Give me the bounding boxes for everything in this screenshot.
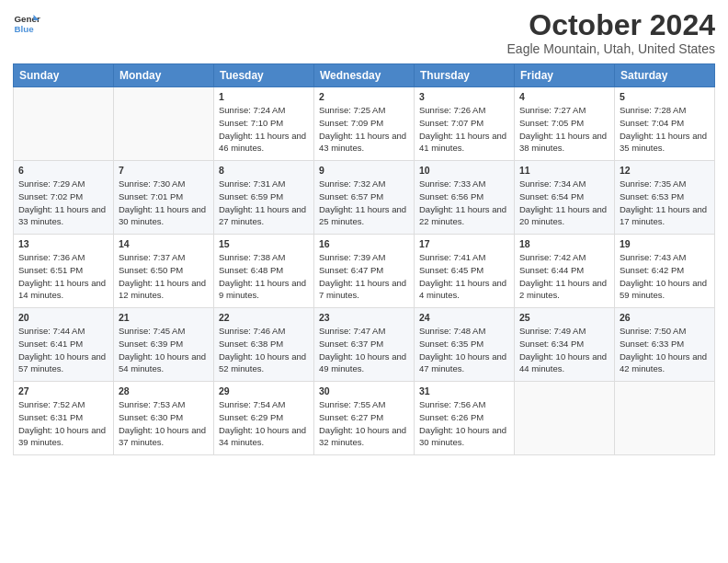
day-info: Sunrise: 7:46 AMSunset: 6:38 PMDaylight:… <box>219 325 309 375</box>
day-cell <box>14 87 114 161</box>
day-cell: 9Sunrise: 7:32 AMSunset: 6:57 PMDaylight… <box>314 161 415 235</box>
day-cell: 24Sunrise: 7:48 AMSunset: 6:35 PMDayligh… <box>415 308 515 382</box>
day-cell: 26Sunrise: 7:50 AMSunset: 6:33 PMDayligh… <box>615 308 715 382</box>
page: General Blue October 2024 Eagle Mountain… <box>0 0 728 563</box>
day-info: Sunrise: 7:34 AMSunset: 6:54 PMDaylight:… <box>519 178 609 228</box>
day-number: 27 <box>18 385 108 396</box>
day-number: 24 <box>419 312 509 323</box>
day-cell: 23Sunrise: 7:47 AMSunset: 6:37 PMDayligh… <box>314 308 415 382</box>
day-cell: 14Sunrise: 7:37 AMSunset: 6:50 PMDayligh… <box>114 235 214 308</box>
day-number: 8 <box>219 165 309 176</box>
day-info: Sunrise: 7:49 AMSunset: 6:34 PMDaylight:… <box>519 325 609 375</box>
day-cell: 30Sunrise: 7:55 AMSunset: 6:27 PMDayligh… <box>314 382 415 455</box>
day-cell: 28Sunrise: 7:53 AMSunset: 6:30 PMDayligh… <box>114 382 214 455</box>
day-cell: 19Sunrise: 7:43 AMSunset: 6:42 PMDayligh… <box>615 235 715 308</box>
day-number: 23 <box>319 312 409 323</box>
col-sunday: Sunday <box>14 64 114 87</box>
day-number: 2 <box>319 91 409 102</box>
day-info: Sunrise: 7:37 AMSunset: 6:50 PMDaylight:… <box>119 251 209 302</box>
header-row: Sunday Monday Tuesday Wednesday Thursday… <box>14 64 715 87</box>
day-cell: 13Sunrise: 7:36 AMSunset: 6:51 PMDayligh… <box>14 235 114 308</box>
day-number: 6 <box>18 165 108 176</box>
day-cell: 10Sunrise: 7:33 AMSunset: 6:56 PMDayligh… <box>415 161 515 235</box>
day-cell: 27Sunrise: 7:52 AMSunset: 6:31 PMDayligh… <box>14 382 114 455</box>
day-cell: 16Sunrise: 7:39 AMSunset: 6:47 PMDayligh… <box>314 235 415 308</box>
calendar-title: October 2024 <box>507 9 715 41</box>
day-number: 29 <box>219 385 309 396</box>
day-cell: 25Sunrise: 7:49 AMSunset: 6:34 PMDayligh… <box>515 308 615 382</box>
day-info: Sunrise: 7:39 AMSunset: 6:47 PMDaylight:… <box>319 251 409 302</box>
day-info: Sunrise: 7:44 AMSunset: 6:41 PMDaylight:… <box>18 325 108 375</box>
day-number: 10 <box>419 165 509 176</box>
day-cell: 15Sunrise: 7:38 AMSunset: 6:48 PMDayligh… <box>214 235 314 308</box>
week-row-1: 6Sunrise: 7:29 AMSunset: 7:02 PMDaylight… <box>14 161 715 235</box>
day-number: 15 <box>219 238 309 249</box>
day-info: Sunrise: 7:30 AMSunset: 7:01 PMDaylight:… <box>119 178 209 228</box>
day-cell <box>615 382 715 455</box>
day-info: Sunrise: 7:48 AMSunset: 6:35 PMDaylight:… <box>419 325 509 375</box>
day-number: 22 <box>219 312 309 323</box>
day-number: 16 <box>319 238 409 249</box>
calendar-subtitle: Eagle Mountain, Utah, United States <box>507 41 715 56</box>
week-row-3: 20Sunrise: 7:44 AMSunset: 6:41 PMDayligh… <box>14 308 715 382</box>
day-cell: 8Sunrise: 7:31 AMSunset: 6:59 PMDaylight… <box>214 161 314 235</box>
day-info: Sunrise: 7:35 AMSunset: 6:53 PMDaylight:… <box>620 178 710 228</box>
col-monday: Monday <box>114 64 214 87</box>
day-cell: 4Sunrise: 7:27 AMSunset: 7:05 PMDaylight… <box>515 87 615 161</box>
day-number: 30 <box>319 385 409 396</box>
day-info: Sunrise: 7:42 AMSunset: 6:44 PMDaylight:… <box>519 251 609 302</box>
title-area: October 2024 Eagle Mountain, Utah, Unite… <box>507 9 715 56</box>
header: General Blue October 2024 Eagle Mountain… <box>13 9 715 56</box>
calendar-table: Sunday Monday Tuesday Wednesday Thursday… <box>13 63 715 455</box>
day-number: 3 <box>419 91 509 102</box>
day-cell: 20Sunrise: 7:44 AMSunset: 6:41 PMDayligh… <box>14 308 114 382</box>
day-cell: 12Sunrise: 7:35 AMSunset: 6:53 PMDayligh… <box>615 161 715 235</box>
col-thursday: Thursday <box>415 64 515 87</box>
week-row-4: 27Sunrise: 7:52 AMSunset: 6:31 PMDayligh… <box>14 382 715 455</box>
day-number: 11 <box>519 165 609 176</box>
svg-text:Blue: Blue <box>15 24 35 34</box>
day-info: Sunrise: 7:36 AMSunset: 6:51 PMDaylight:… <box>18 251 108 302</box>
day-info: Sunrise: 7:45 AMSunset: 6:39 PMDaylight:… <box>119 325 209 375</box>
col-friday: Friday <box>515 64 615 87</box>
day-number: 5 <box>620 91 710 102</box>
day-number: 28 <box>119 385 209 396</box>
col-tuesday: Tuesday <box>214 64 314 87</box>
day-number: 9 <box>319 165 409 176</box>
day-info: Sunrise: 7:26 AMSunset: 7:07 PMDaylight:… <box>419 104 509 155</box>
day-info: Sunrise: 7:32 AMSunset: 6:57 PMDaylight:… <box>319 178 409 228</box>
day-cell: 22Sunrise: 7:46 AMSunset: 6:38 PMDayligh… <box>214 308 314 382</box>
day-info: Sunrise: 7:31 AMSunset: 6:59 PMDaylight:… <box>219 178 309 228</box>
logo-area: General Blue <box>13 9 42 37</box>
day-number: 25 <box>519 312 609 323</box>
day-number: 4 <box>519 91 609 102</box>
day-cell <box>515 382 615 455</box>
day-cell: 3Sunrise: 7:26 AMSunset: 7:07 PMDaylight… <box>415 87 515 161</box>
day-info: Sunrise: 7:41 AMSunset: 6:45 PMDaylight:… <box>419 251 509 302</box>
day-cell: 31Sunrise: 7:56 AMSunset: 6:26 PMDayligh… <box>415 382 515 455</box>
day-cell: 7Sunrise: 7:30 AMSunset: 7:01 PMDaylight… <box>114 161 214 235</box>
day-info: Sunrise: 7:25 AMSunset: 7:09 PMDaylight:… <box>319 104 409 155</box>
day-info: Sunrise: 7:24 AMSunset: 7:10 PMDaylight:… <box>219 104 309 155</box>
day-info: Sunrise: 7:56 AMSunset: 6:26 PMDaylight:… <box>419 398 509 449</box>
day-cell: 11Sunrise: 7:34 AMSunset: 6:54 PMDayligh… <box>515 161 615 235</box>
day-info: Sunrise: 7:27 AMSunset: 7:05 PMDaylight:… <box>519 104 609 155</box>
week-row-0: 1Sunrise: 7:24 AMSunset: 7:10 PMDaylight… <box>14 87 715 161</box>
col-saturday: Saturday <box>615 64 715 87</box>
day-number: 7 <box>119 165 209 176</box>
day-number: 13 <box>18 238 108 249</box>
day-info: Sunrise: 7:47 AMSunset: 6:37 PMDaylight:… <box>319 325 409 375</box>
week-row-2: 13Sunrise: 7:36 AMSunset: 6:51 PMDayligh… <box>14 235 715 308</box>
day-cell: 6Sunrise: 7:29 AMSunset: 7:02 PMDaylight… <box>14 161 114 235</box>
day-info: Sunrise: 7:52 AMSunset: 6:31 PMDaylight:… <box>18 398 108 449</box>
day-cell: 21Sunrise: 7:45 AMSunset: 6:39 PMDayligh… <box>114 308 214 382</box>
day-number: 1 <box>219 91 309 102</box>
day-info: Sunrise: 7:54 AMSunset: 6:29 PMDaylight:… <box>219 398 309 449</box>
day-number: 14 <box>119 238 209 249</box>
day-number: 18 <box>519 238 609 249</box>
logo-icon: General Blue <box>13 9 40 37</box>
day-info: Sunrise: 7:53 AMSunset: 6:30 PMDaylight:… <box>119 398 209 449</box>
day-info: Sunrise: 7:28 AMSunset: 7:04 PMDaylight:… <box>620 104 710 155</box>
day-cell: 2Sunrise: 7:25 AMSunset: 7:09 PMDaylight… <box>314 87 415 161</box>
day-number: 17 <box>419 238 509 249</box>
